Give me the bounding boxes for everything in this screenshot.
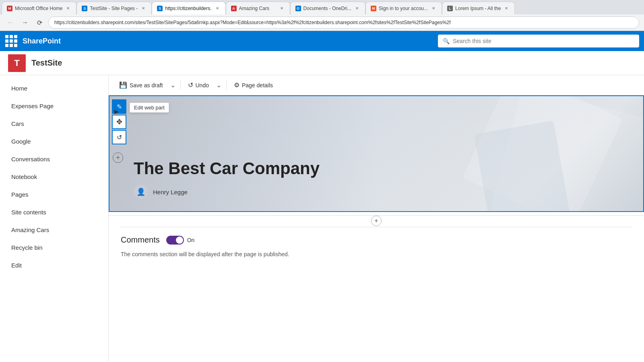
save-icon: 💾 — [119, 81, 127, 89]
tab-label: TestSite - Site Pages - — [90, 6, 138, 11]
author-name: Henry Legge — [153, 189, 188, 195]
undo-icon: ↺ — [188, 81, 193, 89]
browser-chrome: M Microsoft Office Home ✕ S TestSite - S… — [0, 0, 644, 31]
comments-section: Comments On The comments section will be… — [109, 227, 644, 265]
browser-tab-tab5[interactable]: O Documents - OneDri... ✕ — [290, 2, 365, 14]
browser-tab-tab3[interactable]: S https://citizenbuilders. ✕ — [152, 2, 225, 14]
tab-label: Lorem Ipsum - All the — [455, 6, 501, 11]
section-separator: + — [109, 215, 644, 216]
comments-title: Comments — [121, 235, 160, 245]
toggle-thumb — [176, 237, 183, 244]
address-bar: ← → ⟳ https://citizenbuilders.sharepoint… — [0, 14, 644, 31]
hero-author: 👤 Henry Legge — [134, 185, 619, 199]
browser-tab-tab6[interactable]: M Sign in to your accou... ✕ — [365, 2, 442, 14]
page-content: + ✎ Edit web part ▶ ✥ ↺ — [109, 95, 644, 265]
tab-close-button[interactable]: ✕ — [354, 5, 360, 12]
main-layout: HomeExpenses PageCarsGoogleConversations… — [0, 75, 644, 362]
site-logo: T — [8, 54, 26, 72]
tab-label: Amazing Cars — [239, 6, 276, 11]
webpart-toolbar: ✎ Edit web part ▶ ✥ ↺ — [112, 99, 126, 144]
waffle-icon — [5, 35, 17, 47]
undo-webpart-icon: ↺ — [117, 134, 122, 141]
save-draft-button[interactable]: 💾 Save as draft — [115, 79, 167, 91]
url-text: https://citizenbuilders.sharepoint.com/s… — [54, 20, 451, 25]
undo-webpart-button[interactable]: ↺ — [112, 130, 126, 144]
add-section-button[interactable]: + — [113, 152, 123, 163]
sharepoint-app: SharePoint 🔍 T TestSite HomeExpenses Pag… — [0, 31, 644, 362]
toggle-label: On — [187, 237, 195, 243]
left-navigation: HomeExpenses PageCarsGoogleConversations… — [0, 75, 109, 362]
browser-tab-tab2[interactable]: S TestSite - Site Pages - ✕ — [76, 2, 152, 14]
undo-label: Undo — [196, 82, 209, 88]
sidebar-item-edit[interactable]: Edit — [0, 256, 108, 274]
sidebar-item-notebook[interactable]: Notebook — [0, 168, 108, 185]
move-webpart-button[interactable]: ✥ — [112, 115, 126, 129]
url-bar[interactable]: https://citizenbuilders.sharepoint.com/s… — [48, 16, 639, 29]
tab-label: Microsoft Office Home — [15, 6, 62, 11]
page-details-label: Page details — [242, 82, 273, 88]
sidebar-item-pages[interactable]: Pages — [0, 185, 108, 203]
browser-tab-tab1[interactable]: M Microsoft Office Home ✕ — [2, 2, 76, 14]
toolbar-divider-1 — [180, 80, 181, 90]
tab-label: https://citizenbuilders. — [165, 6, 211, 11]
comments-header: Comments On — [121, 235, 632, 245]
cursor-icon: ▶ — [114, 108, 119, 115]
browser-tab-tab7[interactable]: L Lorem Ipsum - All the ✕ — [442, 2, 515, 14]
top-navigation: SharePoint 🔍 — [0, 31, 644, 51]
browser-tab-tab4[interactable]: A Amazing Cars ✕ — [226, 2, 290, 14]
search-box[interactable]: 🔍 — [438, 35, 639, 47]
sidebar-item-site-contents[interactable]: Site contents — [0, 203, 108, 221]
tab-close-button[interactable]: ✕ — [214, 5, 221, 12]
author-avatar: 👤 — [134, 185, 148, 199]
sidebar-item-google[interactable]: Google — [0, 132, 108, 150]
sidebar-item-amazing-cars[interactable]: Amazing Cars — [0, 221, 108, 239]
refresh-button[interactable]: ⟳ — [34, 17, 45, 28]
tab-close-button[interactable]: ✕ — [430, 5, 437, 12]
site-header: T TestSite — [0, 51, 644, 75]
tab-label: Documents - OneDri... — [303, 6, 351, 11]
sidebar-item-conversations[interactable]: Conversations — [0, 150, 108, 168]
save-draft-label: Save as draft — [130, 82, 163, 88]
toolbar-divider-2 — [226, 80, 227, 90]
sidebar-item-home[interactable]: Home — [0, 79, 108, 97]
forward-button[interactable]: → — [19, 17, 31, 28]
waffle-button[interactable] — [5, 35, 18, 47]
hero-title: The Best Car Company — [134, 159, 619, 178]
site-title: TestSite — [31, 58, 62, 68]
back-button[interactable]: ← — [5, 17, 16, 28]
save-draft-dropdown[interactable]: ⌄ — [169, 79, 177, 91]
undo-dropdown[interactable]: ⌄ — [215, 79, 223, 91]
tab-bar: M Microsoft Office Home ✕ S TestSite - S… — [0, 0, 644, 14]
move-icon: ✥ — [116, 117, 122, 126]
sharepoint-brand[interactable]: SharePoint — [23, 37, 61, 45]
tab-close-button[interactable]: ✕ — [65, 5, 71, 12]
add-section-circle-button[interactable]: + — [371, 216, 382, 226]
comments-notice: The comments section will be displayed a… — [121, 251, 632, 257]
page-details-button[interactable]: ⚙ Page details — [230, 79, 277, 91]
tab-close-button[interactable]: ✕ — [140, 5, 147, 12]
undo-button[interactable]: ↺ Undo — [184, 79, 213, 91]
sidebar-item-cars[interactable]: Cars — [0, 115, 108, 132]
tab-close-button[interactable]: ✕ — [279, 5, 285, 12]
edit-webpart-tooltip: Edit web part — [130, 103, 169, 113]
hero-section[interactable]: The Best Car Company 👤 Henry Legge — [109, 95, 644, 212]
sidebar-item-expenses[interactable]: Expenses Page — [0, 97, 108, 115]
tab-label: Sign in to your accou... — [379, 6, 428, 11]
sidebar-item-recycle-bin[interactable]: Recycle bin — [0, 239, 108, 256]
tab-close-button[interactable]: ✕ — [503, 5, 510, 12]
avatar-icon: 👤 — [136, 187, 145, 196]
search-icon: 🔍 — [443, 38, 450, 44]
toggle-track[interactable] — [166, 236, 184, 245]
gear-icon: ⚙ — [234, 81, 239, 89]
page-toolbar: 💾 Save as draft ⌄ ↺ Undo ⌄ ⚙ Page detail… — [109, 75, 644, 95]
search-input[interactable] — [453, 38, 634, 44]
content-area: 💾 Save as draft ⌄ ↺ Undo ⌄ ⚙ Page detail… — [109, 75, 644, 362]
comments-toggle[interactable]: On — [166, 236, 195, 245]
edit-webpart-button[interactable]: ✎ Edit web part ▶ — [112, 99, 126, 114]
